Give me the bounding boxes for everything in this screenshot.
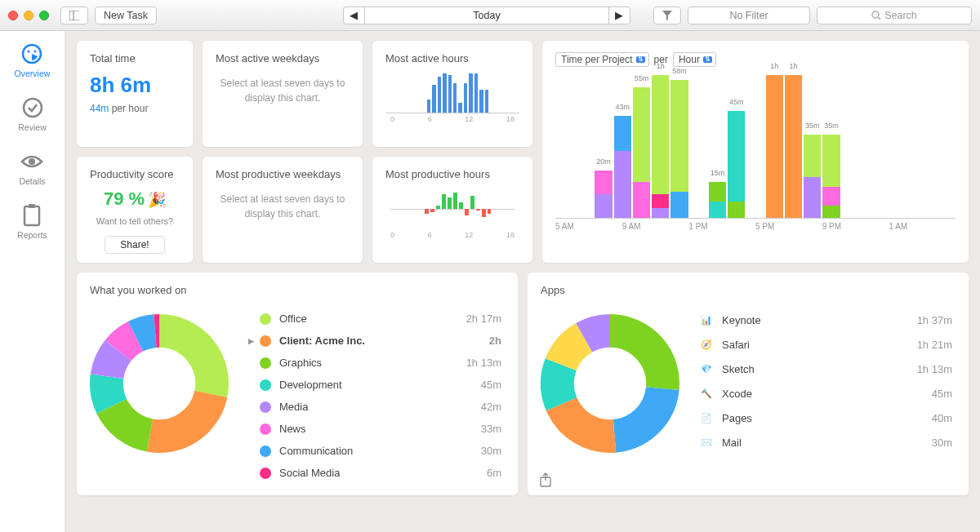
legend-label: Safari — [722, 339, 917, 351]
svg-rect-0 — [69, 11, 79, 20]
triangle-left-icon: ◀ — [350, 9, 358, 21]
card-title: What you worked on — [90, 284, 505, 296]
search-input[interactable]: Search — [817, 7, 972, 24]
new-task-button[interactable]: New Task — [95, 7, 157, 24]
sidebar-item-overview[interactable]: Overview — [15, 42, 51, 78]
color-dot — [260, 423, 271, 435]
next-day-button[interactable]: ▶ — [609, 7, 630, 24]
svg-point-5 — [28, 51, 30, 53]
legend-value: 42m — [481, 401, 501, 413]
tpp-granularity-select[interactable]: Hour⇅ — [673, 52, 716, 67]
legend-row[interactable]: ▶Communication30m — [245, 440, 505, 462]
app-icon: 🔨 — [699, 386, 714, 401]
stacked-bar: 45m — [728, 111, 745, 218]
bar — [443, 73, 446, 113]
bar — [385, 188, 390, 229]
color-dot — [260, 357, 271, 369]
bar — [403, 188, 407, 229]
funnel-icon — [662, 11, 672, 20]
bar — [427, 100, 430, 113]
active-hours-chart: 061218 — [385, 73, 519, 123]
bar — [414, 188, 418, 229]
legend-row[interactable]: 📊Keynote1h 37m — [696, 308, 956, 332]
card-title: Apps — [541, 284, 956, 296]
bar — [425, 188, 429, 229]
filter-button[interactable] — [653, 7, 681, 24]
bar — [464, 83, 467, 113]
legend-row[interactable]: ▶Client: Acme Inc.2h — [245, 330, 505, 352]
sidebar-item-details[interactable]: Details — [19, 150, 45, 186]
per-hour: 44m per hour — [90, 103, 180, 114]
bar — [482, 188, 486, 229]
stacked-bar: 43m — [614, 116, 631, 218]
legend-row[interactable]: ▶Graphics1h 13m — [245, 352, 505, 374]
sidebar-item-label: Reports — [17, 230, 47, 240]
close-window-icon[interactable] — [8, 11, 18, 20]
pie-slice — [584, 330, 610, 337]
bar — [432, 85, 435, 113]
productivity-value: 79 %🎉 — [90, 188, 180, 210]
color-dot — [260, 379, 271, 391]
worked-on-legend: ▶Office2h 17m▶Client: Acme Inc.2h▶Graphi… — [245, 308, 505, 484]
pie-slice — [561, 338, 584, 365]
stacked-bar: 55m — [633, 87, 650, 218]
disclosure-triangle-icon: ▶ — [248, 337, 258, 345]
legend-label: Sketch — [722, 363, 917, 375]
bar — [438, 77, 441, 113]
svg-point-6 — [34, 51, 37, 53]
legend-label: Social Media — [279, 467, 487, 479]
bar — [453, 83, 457, 113]
bar — [510, 188, 514, 229]
bar — [448, 75, 452, 113]
legend-row[interactable]: ✉️Mail30m — [696, 430, 956, 454]
legend-row[interactable]: 📄Pages40m — [696, 406, 956, 430]
legend-row[interactable]: ▶News33m — [245, 418, 505, 440]
legend-label: Keynote — [722, 314, 917, 326]
filter-label[interactable]: No Filter — [688, 7, 810, 24]
share-icon[interactable] — [539, 472, 552, 487]
bar — [465, 188, 469, 229]
color-dot — [260, 468, 271, 479]
minimize-window-icon[interactable] — [24, 11, 33, 20]
legend-value: 2h 17m — [466, 313, 501, 325]
window-controls — [8, 11, 49, 20]
legend-label: Xcode — [722, 388, 932, 400]
sidebar-item-review[interactable]: Review — [18, 96, 46, 132]
bar — [430, 188, 434, 229]
stacked-bar: 20m — [595, 171, 612, 218]
sidebar-toggle-button[interactable] — [60, 7, 88, 24]
bar — [397, 188, 401, 229]
legend-row[interactable]: ▶Media42m — [245, 396, 505, 418]
legend-row[interactable]: ▶Office2h 17m — [245, 308, 505, 330]
legend-row[interactable]: 🧭Safari1h 21m — [696, 332, 956, 357]
legend-row[interactable]: 💎Sketch1h 13m — [696, 357, 956, 381]
bar — [492, 188, 497, 229]
stacked-bar: 1h — [652, 75, 669, 218]
tpp-metric-select[interactable]: Time per Project⇅ — [555, 52, 649, 67]
bar — [408, 188, 412, 229]
bar — [470, 188, 474, 229]
zoom-window-icon[interactable] — [39, 11, 49, 20]
bar — [498, 188, 502, 229]
legend-row[interactable]: 🔨Xcode45m — [696, 381, 956, 406]
legend-row[interactable]: ▶Social Media6m — [245, 462, 505, 484]
apps-card: Apps 📊Keynote1h 37m🧭Safari1h 21m💎Sketch1… — [528, 273, 969, 495]
app-icon: 💎 — [699, 361, 714, 376]
date-label[interactable]: Today — [364, 7, 609, 24]
share-button[interactable]: Share! — [105, 236, 164, 254]
legend-value: 2h — [489, 335, 501, 347]
apps-donut — [541, 314, 679, 453]
legend-row[interactable]: ▶Development45m — [245, 374, 505, 396]
triangle-right-icon: ▶ — [615, 9, 623, 21]
check-circle-icon — [21, 96, 44, 119]
sidebar-item-reports[interactable]: Reports — [17, 204, 47, 240]
date-nav: ◀ Today ▶ — [343, 7, 630, 24]
card-title: Most active weekdays — [216, 52, 350, 64]
sidebar-item-label: Overview — [15, 69, 51, 78]
time-per-project-card: Time per Project⇅ per Hour⇅ 20m43m55m1h5… — [542, 41, 969, 263]
prev-day-button[interactable]: ◀ — [343, 7, 364, 24]
sidebar-item-label: Review — [18, 122, 46, 132]
bar — [391, 188, 395, 229]
legend-label: Office — [279, 313, 466, 325]
stacked-bar: 1h — [785, 75, 802, 218]
